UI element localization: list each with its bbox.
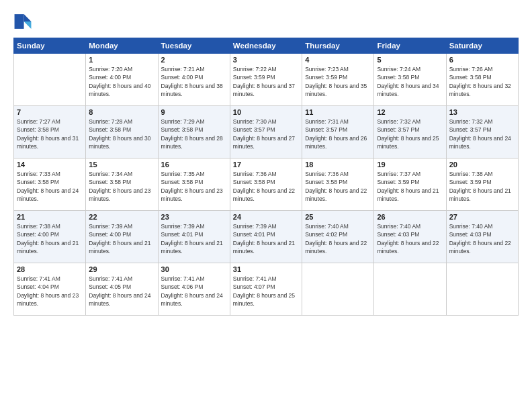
day-info: Sunrise: 7:39 AMSunset: 4:01 PMDaylight:… — [161, 222, 227, 255]
day-info: Sunrise: 7:30 AMSunset: 3:57 PMDaylight:… — [233, 118, 299, 150]
day-info: Sunrise: 7:23 AMSunset: 3:59 PMDaylight:… — [305, 65, 371, 98]
calendar-cell: 28Sunrise: 7:41 AMSunset: 4:04 PMDayligh… — [14, 263, 86, 316]
calendar-cell: 8Sunrise: 7:28 AMSunset: 3:58 PMDaylight… — [86, 106, 158, 158]
page: SundayMondayTuesdayWednesdayThursdayFrid… — [0, 0, 532, 411]
calendar-cell: 11Sunrise: 7:31 AMSunset: 3:57 PMDayligh… — [302, 106, 374, 158]
week-row-2: 14Sunrise: 7:33 AMSunset: 3:58 PMDayligh… — [14, 158, 519, 211]
weekday-header-thursday: Thursday — [302, 38, 374, 54]
calendar-cell: 29Sunrise: 7:41 AMSunset: 4:05 PMDayligh… — [86, 263, 158, 316]
day-number: 2 — [161, 56, 227, 64]
day-info: Sunrise: 7:21 AMSunset: 4:00 PMDaylight:… — [161, 65, 227, 98]
calendar-cell: 20Sunrise: 7:38 AMSunset: 3:59 PMDayligh… — [446, 158, 518, 211]
day-info: Sunrise: 7:20 AMSunset: 4:00 PMDaylight:… — [89, 65, 154, 98]
calendar-cell: 24Sunrise: 7:39 AMSunset: 4:01 PMDayligh… — [230, 211, 302, 263]
day-info: Sunrise: 7:38 AMSunset: 4:00 PMDaylight:… — [17, 222, 83, 255]
day-info: Sunrise: 7:38 AMSunset: 3:59 PMDaylight:… — [449, 170, 515, 203]
calendar-cell: 5Sunrise: 7:24 AMSunset: 3:58 PMDaylight… — [374, 54, 446, 106]
logo-icon — [13, 12, 32, 31]
calendar-cell: 26Sunrise: 7:40 AMSunset: 4:03 PMDayligh… — [374, 211, 446, 263]
day-number: 29 — [89, 265, 154, 273]
day-number: 14 — [17, 161, 83, 169]
day-number: 18 — [305, 161, 371, 169]
calendar-cell: 27Sunrise: 7:40 AMSunset: 4:03 PMDayligh… — [446, 211, 518, 263]
day-number: 17 — [233, 161, 299, 169]
calendar-cell: 7Sunrise: 7:27 AMSunset: 3:58 PMDaylight… — [14, 106, 86, 158]
day-info: Sunrise: 7:29 AMSunset: 3:58 PMDaylight:… — [161, 118, 227, 150]
week-row-4: 28Sunrise: 7:41 AMSunset: 4:04 PMDayligh… — [14, 263, 519, 316]
day-info: Sunrise: 7:33 AMSunset: 3:58 PMDaylight:… — [17, 170, 83, 203]
day-info: Sunrise: 7:40 AMSunset: 4:02 PMDaylight:… — [305, 222, 371, 255]
week-row-3: 21Sunrise: 7:38 AMSunset: 4:00 PMDayligh… — [14, 211, 519, 263]
day-info: Sunrise: 7:26 AMSunset: 3:58 PMDaylight:… — [449, 65, 515, 98]
day-number: 4 — [305, 56, 371, 64]
day-number: 24 — [233, 213, 299, 221]
day-info: Sunrise: 7:41 AMSunset: 4:04 PMDaylight:… — [17, 275, 83, 308]
calendar-cell: 18Sunrise: 7:36 AMSunset: 3:58 PMDayligh… — [302, 158, 374, 211]
calendar-cell: 23Sunrise: 7:39 AMSunset: 4:01 PMDayligh… — [158, 211, 230, 263]
calendar-cell: 19Sunrise: 7:37 AMSunset: 3:59 PMDayligh… — [374, 158, 446, 211]
day-info: Sunrise: 7:41 AMSunset: 4:07 PMDaylight:… — [233, 275, 299, 308]
day-info: Sunrise: 7:40 AMSunset: 4:03 PMDaylight:… — [449, 222, 515, 255]
header — [13, 12, 519, 31]
calendar-cell: 6Sunrise: 7:26 AMSunset: 3:58 PMDaylight… — [446, 54, 518, 106]
calendar-cell: 1Sunrise: 7:20 AMSunset: 4:00 PMDaylight… — [86, 54, 158, 106]
day-info: Sunrise: 7:37 AMSunset: 3:59 PMDaylight:… — [377, 170, 443, 203]
day-number: 3 — [233, 56, 299, 64]
calendar-cell: 2Sunrise: 7:21 AMSunset: 4:00 PMDaylight… — [158, 54, 230, 106]
calendar-cell: 3Sunrise: 7:22 AMSunset: 3:59 PMDaylight… — [230, 54, 302, 106]
day-info: Sunrise: 7:39 AMSunset: 4:00 PMDaylight:… — [89, 222, 154, 255]
calendar-cell: 13Sunrise: 7:32 AMSunset: 3:57 PMDayligh… — [446, 106, 518, 158]
day-info: Sunrise: 7:41 AMSunset: 4:05 PMDaylight:… — [89, 275, 154, 308]
day-number: 9 — [161, 108, 227, 116]
day-number: 30 — [161, 265, 227, 273]
day-number: 8 — [89, 108, 154, 116]
weekday-header-wednesday: Wednesday — [230, 38, 302, 54]
calendar-cell: 15Sunrise: 7:34 AMSunset: 3:58 PMDayligh… — [86, 158, 158, 211]
day-number: 1 — [89, 56, 154, 64]
calendar-cell — [302, 263, 374, 316]
calendar-cell: 14Sunrise: 7:33 AMSunset: 3:58 PMDayligh… — [14, 158, 86, 211]
weekday-header-row: SundayMondayTuesdayWednesdayThursdayFrid… — [14, 38, 519, 54]
day-number: 20 — [449, 161, 515, 169]
day-number: 16 — [161, 161, 227, 169]
week-row-1: 7Sunrise: 7:27 AMSunset: 3:58 PMDaylight… — [14, 106, 519, 158]
day-info: Sunrise: 7:28 AMSunset: 3:58 PMDaylight:… — [89, 118, 154, 150]
week-row-0: 1Sunrise: 7:20 AMSunset: 4:00 PMDaylight… — [14, 54, 519, 106]
day-number: 5 — [377, 56, 443, 64]
day-number: 22 — [89, 213, 154, 221]
calendar-cell — [374, 263, 446, 316]
calendar-cell: 25Sunrise: 7:40 AMSunset: 4:02 PMDayligh… — [302, 211, 374, 263]
calendar-cell: 4Sunrise: 7:23 AMSunset: 3:59 PMDaylight… — [302, 54, 374, 106]
day-number: 13 — [449, 108, 515, 116]
day-number: 11 — [305, 108, 371, 116]
day-number: 23 — [161, 213, 227, 221]
day-info: Sunrise: 7:36 AMSunset: 3:58 PMDaylight:… — [305, 170, 371, 203]
day-info: Sunrise: 7:39 AMSunset: 4:01 PMDaylight:… — [233, 222, 299, 255]
day-info: Sunrise: 7:40 AMSunset: 4:03 PMDaylight:… — [377, 222, 443, 255]
calendar-cell: 17Sunrise: 7:36 AMSunset: 3:58 PMDayligh… — [230, 158, 302, 211]
calendar-cell: 31Sunrise: 7:41 AMSunset: 4:07 PMDayligh… — [230, 263, 302, 316]
day-info: Sunrise: 7:22 AMSunset: 3:59 PMDaylight:… — [233, 65, 299, 98]
weekday-header-friday: Friday — [374, 38, 446, 54]
logo — [13, 12, 35, 31]
day-info: Sunrise: 7:24 AMSunset: 3:58 PMDaylight:… — [377, 65, 443, 98]
day-number: 6 — [449, 56, 515, 64]
svg-marker-0 — [24, 14, 32, 21]
day-info: Sunrise: 7:32 AMSunset: 3:57 PMDaylight:… — [449, 118, 515, 150]
calendar-cell — [14, 54, 86, 106]
calendar-cell: 22Sunrise: 7:39 AMSunset: 4:00 PMDayligh… — [86, 211, 158, 263]
day-info: Sunrise: 7:34 AMSunset: 3:58 PMDaylight:… — [89, 170, 154, 203]
weekday-header-sunday: Sunday — [14, 38, 86, 54]
weekday-header-tuesday: Tuesday — [158, 38, 230, 54]
weekday-header-saturday: Saturday — [446, 38, 518, 54]
day-number: 7 — [17, 108, 83, 116]
calendar-cell: 16Sunrise: 7:35 AMSunset: 3:58 PMDayligh… — [158, 158, 230, 211]
calendar-cell: 10Sunrise: 7:30 AMSunset: 3:57 PMDayligh… — [230, 106, 302, 158]
weekday-header-monday: Monday — [86, 38, 158, 54]
calendar-table: SundayMondayTuesdayWednesdayThursdayFrid… — [13, 38, 519, 316]
day-info: Sunrise: 7:36 AMSunset: 3:58 PMDaylight:… — [233, 170, 299, 203]
day-info: Sunrise: 7:32 AMSunset: 3:57 PMDaylight:… — [377, 118, 443, 150]
day-number: 21 — [17, 213, 83, 221]
day-number: 27 — [449, 213, 515, 221]
day-info: Sunrise: 7:41 AMSunset: 4:06 PMDaylight:… — [161, 275, 227, 308]
